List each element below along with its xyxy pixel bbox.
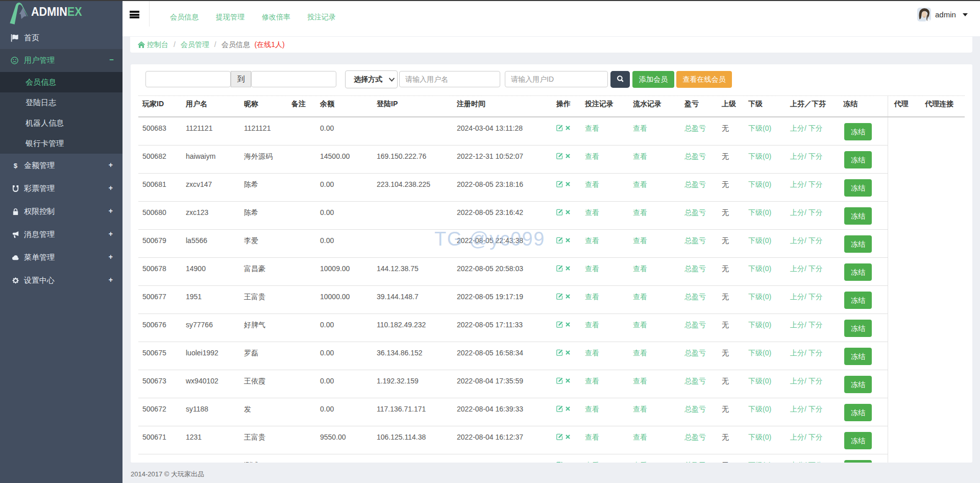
svg-text:$: $ <box>14 162 18 170</box>
